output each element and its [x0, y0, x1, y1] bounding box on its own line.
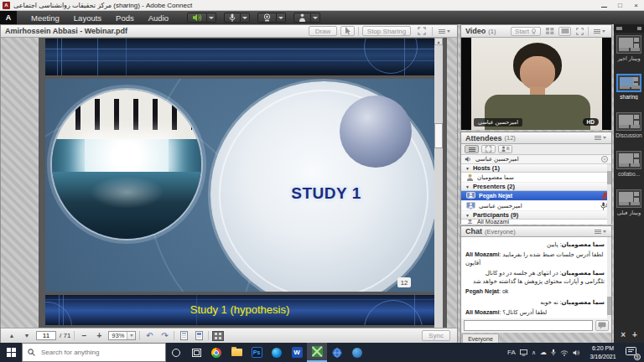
document-scrollbar[interactable]: ▲	[434, 38, 443, 328]
chat-scrollbar[interactable]	[607, 237, 611, 318]
layout-thumb-5[interactable]	[616, 189, 641, 208]
draw-button[interactable]: Draw	[309, 26, 337, 36]
menu-meeting[interactable]: Meeting	[31, 13, 60, 23]
menu-audio[interactable]: Audio	[148, 13, 169, 23]
add-layout-button[interactable]: +	[632, 330, 637, 339]
layout-label-collaboration[interactable]: collabo...	[614, 171, 644, 177]
zoom-dropdown-arrow[interactable]	[127, 332, 135, 339]
hidden-icons-chevron[interactable]: ∧	[532, 349, 536, 356]
raise-hand-button[interactable]	[293, 13, 311, 23]
volume-icon[interactable]	[573, 349, 580, 356]
chat-send-button[interactable]	[595, 320, 609, 331]
rotate-left-button[interactable]: ↶	[143, 331, 155, 341]
zoom-level-select[interactable]: 93%	[108, 331, 136, 340]
microphone-button[interactable]	[224, 13, 241, 23]
share-pod-menu-button[interactable]	[436, 29, 453, 34]
network-icon[interactable]	[560, 349, 569, 356]
task-view-button[interactable]	[186, 343, 206, 362]
scroll-up-arrow[interactable]: ▲	[434, 38, 443, 45]
speaker-dropdown[interactable]	[207, 13, 216, 23]
scrollbar-thumb[interactable]	[607, 297, 611, 315]
connect-app-icon	[312, 346, 323, 357]
hosts-section-label: Hosts (1)	[473, 164, 500, 172]
video-fullscreen-button[interactable]	[574, 27, 585, 36]
start-webcam-button[interactable]: Start	[511, 27, 541, 36]
device-icon[interactable]	[520, 349, 527, 356]
page-down-button[interactable]: ▼	[21, 331, 33, 341]
layout-label-1[interactable]: وبینار اخیر	[614, 55, 644, 62]
webcam-dropdown[interactable]	[277, 13, 286, 23]
raise-hand-dropdown[interactable]	[311, 13, 320, 23]
participants-section-header[interactable]: ▼ Participants (9)	[461, 211, 611, 220]
layout-label-discussion[interactable]: Discussion	[614, 132, 644, 138]
breakout-view-button[interactable]	[481, 145, 496, 153]
grid-view-button[interactable]	[543, 27, 556, 36]
thumbnail-view-button[interactable]	[212, 331, 224, 341]
stop-sharing-button[interactable]: Stop Sharing	[362, 26, 411, 36]
close-button[interactable]: ×	[628, 0, 644, 11]
adobe-connect-taskbar-icon[interactable]	[307, 343, 327, 362]
taskbar-search[interactable]	[22, 343, 166, 362]
hosts-section-header[interactable]: ▼ Hosts (1)	[461, 164, 611, 173]
layout-thumb-1[interactable]	[616, 35, 641, 54]
attendee-list-view-button[interactable]	[465, 145, 479, 153]
menu-pods[interactable]: Pods	[116, 13, 134, 23]
microphone-dropdown[interactable]	[241, 13, 250, 23]
dismiss-speaker-icon[interactable]: ×	[601, 156, 608, 163]
attendee-row-presenter[interactable]: امیرحسین عباسی	[461, 201, 611, 211]
search-input[interactable]	[39, 348, 148, 357]
fullscreen-button[interactable]	[414, 26, 428, 36]
menu-layouts[interactable]: Layouts	[74, 13, 101, 23]
delete-layout-button[interactable]: ×	[621, 330, 626, 339]
action-center-button[interactable]: 5	[626, 347, 639, 359]
browser2-taskbar-icon[interactable]	[327, 343, 347, 362]
language-indicator[interactable]: FA	[507, 349, 516, 356]
cortana-button[interactable]	[166, 343, 186, 362]
taskbar-clock[interactable]: 6:20 PM 3/16/2021	[584, 344, 621, 359]
chat-pod-menu-button[interactable]	[592, 230, 609, 234]
page-up-button[interactable]: ▲	[6, 331, 18, 341]
chat-messages[interactable]: سما معصومیان: پایین Ali Moazami: لطفا آد…	[461, 237, 611, 318]
chevron-down-icon	[242, 17, 247, 19]
attendee-row-host[interactable]: سما معصومیان	[461, 173, 611, 183]
maximize-button[interactable]: □	[612, 0, 628, 11]
attendee-status-view-button[interactable]	[498, 145, 512, 153]
sync-button[interactable]: Sync	[422, 330, 450, 341]
start-button[interactable]	[0, 343, 22, 362]
page-number-input[interactable]	[36, 331, 56, 340]
zoom-out-button[interactable]: –	[78, 331, 90, 341]
app2-taskbar-icon[interactable]	[347, 343, 367, 362]
filmstrip-view-button[interactable]	[558, 27, 571, 36]
fit-width-button[interactable]	[178, 331, 190, 341]
scrollbar-thumb[interactable]	[434, 123, 443, 148]
layout-label-sharing[interactable]: sharing	[614, 94, 644, 100]
chat-input[interactable]	[464, 320, 593, 331]
rotate-right-button[interactable]: ↷	[158, 331, 170, 341]
speaker-button[interactable]	[187, 13, 207, 23]
zoom-in-button[interactable]: +	[93, 331, 105, 341]
scrollbar-thumb[interactable]	[607, 171, 611, 184]
layout-thumb-sharing[interactable]	[616, 74, 641, 92]
edge-taskbar-icon[interactable]	[267, 343, 287, 362]
presenters-section-header[interactable]: ▼ Presenters (2)	[461, 183, 611, 191]
fit-page-button[interactable]	[193, 331, 205, 341]
layout-thumb-collaboration[interactable]	[616, 151, 641, 169]
webcam-button[interactable]	[257, 13, 277, 23]
minimize-button[interactable]	[596, 0, 612, 11]
file-explorer-taskbar-icon[interactable]	[226, 343, 247, 362]
attendees-pod-menu-button[interactable]	[592, 136, 609, 140]
attendee-row-participant[interactable]: Ali Moazami	[461, 220, 611, 225]
attendee-row-presenter-selected[interactable]: Pegah Nejat	[461, 191, 611, 201]
tray-mic-icon[interactable]	[551, 349, 556, 356]
onedrive-cloud-icon[interactable]: ☁	[540, 349, 547, 356]
pointer-button[interactable]	[340, 26, 355, 36]
video-pod-menu-button[interactable]	[591, 29, 608, 34]
layout-bar-menu-icon[interactable]	[616, 27, 622, 30]
chrome-taskbar-icon[interactable]	[206, 343, 226, 362]
layout-label-5[interactable]: وبینار قبلی	[614, 209, 644, 216]
photoshop-taskbar-icon[interactable]: Ps	[247, 343, 267, 362]
layout-bar-close-icon[interactable]	[637, 27, 641, 30]
word-taskbar-icon[interactable]: W	[287, 343, 307, 362]
attendees-scrollbar[interactable]	[607, 164, 611, 225]
layout-thumb-discussion[interactable]	[616, 112, 641, 131]
